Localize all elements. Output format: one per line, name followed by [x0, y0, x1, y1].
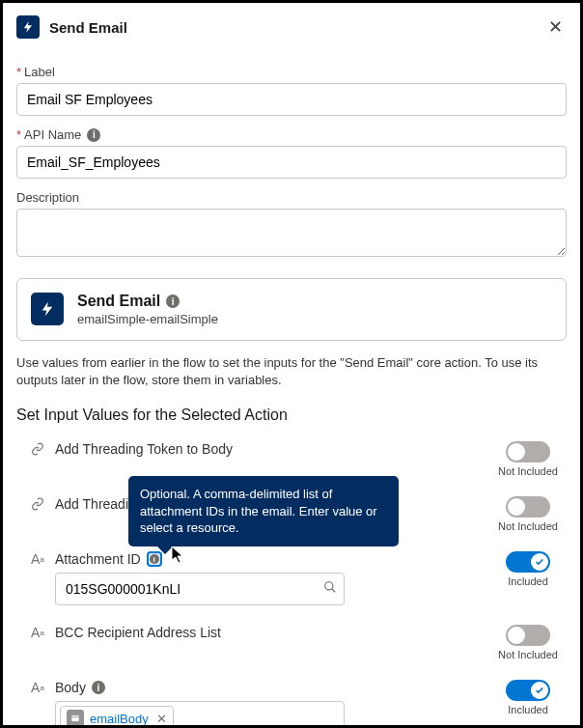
- helper-text: Use values from earlier in the flow to s…: [16, 354, 567, 389]
- text-type-icon: Aa: [30, 625, 45, 640]
- pill-label: emailBody: [90, 712, 149, 726]
- label-field-label: *Label: [16, 65, 567, 79]
- toggle-body[interactable]: [506, 680, 550, 701]
- svg-point-0: [325, 582, 333, 590]
- lightning-icon: [31, 293, 64, 325]
- modal-header: Send Email ✕: [3, 3, 580, 49]
- input-row-bcc: Aa BCC Recipient Address List Not Includ…: [16, 615, 567, 670]
- remove-pill-icon[interactable]: ✕: [156, 712, 167, 726]
- description-input[interactable]: [16, 209, 567, 257]
- link-icon: [30, 441, 45, 457]
- link-icon: [30, 496, 45, 512]
- svg-rect-2: [71, 715, 79, 721]
- close-icon[interactable]: ✕: [544, 13, 567, 42]
- apiname-input[interactable]: [16, 146, 567, 179]
- action-title: Send Emaili: [77, 293, 218, 310]
- text-type-icon: Aa: [30, 680, 45, 695]
- svg-line-1: [332, 589, 336, 593]
- resource-pill: emailBody ✕: [60, 706, 174, 728]
- toggle-status: Not Included: [498, 465, 558, 477]
- description-field-label: Description: [16, 190, 567, 205]
- row-label: Attachment ID: [55, 551, 141, 567]
- action-card: Send Emaili emailSimple-emailSimple: [16, 278, 567, 341]
- row-label: Add Threadin: [55, 496, 136, 512]
- toggle-status: Not Included: [498, 649, 558, 660]
- info-icon[interactable]: i: [166, 294, 180, 308]
- action-subtitle: emailSimple-emailSimple: [77, 312, 218, 326]
- attachment-id-input[interactable]: [55, 573, 345, 605]
- cursor-icon: [171, 546, 186, 565]
- label-input[interactable]: [16, 83, 567, 116]
- info-icon-active[interactable]: i: [147, 551, 162, 567]
- toggle-threading-body[interactable]: [506, 441, 550, 462]
- template-icon: [67, 710, 84, 727]
- modal-title: Send Email: [49, 19, 544, 36]
- toggle-status: Not Included: [498, 520, 558, 532]
- info-icon[interactable]: i: [92, 681, 105, 694]
- search-icon[interactable]: [323, 580, 337, 598]
- toggle-status: Included: [508, 575, 548, 587]
- row-label: BCC Recipient Address List: [55, 625, 221, 640]
- section-title: Set Input Values for the Selected Action: [16, 406, 567, 424]
- row-label: Body: [55, 680, 86, 695]
- toggle-attachment[interactable]: [506, 551, 550, 573]
- info-icon[interactable]: i: [87, 128, 100, 142]
- row-label: Add Threading Token to Body: [55, 441, 233, 457]
- toggle-bcc[interactable]: [506, 625, 550, 646]
- input-row-attachment: Aa Attachment ID i Included: [16, 542, 567, 615]
- apiname-field-label: *API Namei: [16, 127, 567, 142]
- lightning-icon: [16, 15, 40, 39]
- tooltip: Optional. A comma-delimited list of atta…: [128, 476, 399, 546]
- input-row-body: Aa Body i emailBody ✕ Included: [16, 670, 567, 728]
- toggle-threading-other[interactable]: [506, 496, 550, 518]
- text-type-icon: Aa: [30, 551, 45, 567]
- body-input[interactable]: emailBody ✕: [55, 701, 345, 728]
- toggle-status: Included: [508, 704, 548, 715]
